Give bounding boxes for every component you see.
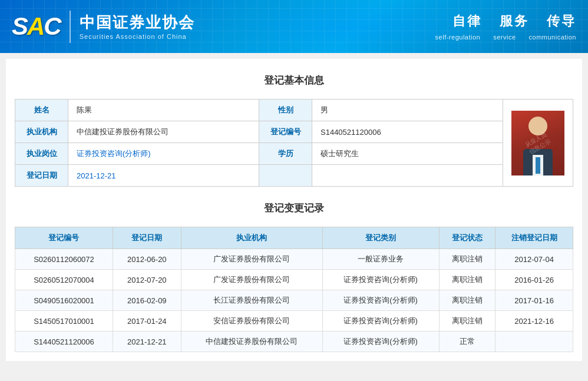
position-label: 执业岗位 [15, 143, 68, 165]
cell-cancel-date: 2021-12-16 [495, 311, 573, 332]
header-nav: 自律 服务 传导 self-regulation service communi… [435, 12, 576, 41]
col-status: 登记状态 [439, 227, 495, 249]
cell-cancel-date: 2012-07-04 [495, 249, 573, 270]
sac-logo: SAC [12, 14, 61, 39]
reg-number-value: S1440521120006 [312, 121, 503, 143]
cell-status: 离职注销 [439, 311, 495, 332]
nav-item-self-regulation-en: self-regulation [435, 34, 481, 41]
cell-reg-date: 2012-07-20 [113, 270, 181, 290]
cell-cancel-date: 2016-01-26 [495, 270, 573, 290]
reg-number-label: 登记编号 [259, 121, 312, 143]
table-row-position: 执业岗位 证券投资咨询(分析师) 学历 硕士研究生 [15, 143, 573, 165]
cell-reg-date: 2017-01-24 [113, 311, 181, 332]
nav-item-self-regulation-cn[interactable]: 自律 [452, 12, 482, 30]
org-name-en: Securities Association of China [80, 33, 195, 40]
reg-date-value: 2021-12-21 [68, 165, 259, 187]
cell-reg-date: 2012-06-20 [113, 249, 181, 270]
cell-category: 证券投资咨询(分析师) [322, 311, 439, 332]
cell-reg-id[interactable]: S0260512070004 [15, 270, 113, 290]
name-label: 姓名 [15, 100, 68, 121]
gender-value: 男 [312, 100, 503, 121]
col-reg-date: 登记日期 [113, 227, 181, 249]
empty-label [259, 165, 312, 187]
header-nav-cn: 自律 服务 传导 [452, 12, 576, 30]
cell-reg-date: 2021-12-21 [113, 332, 181, 352]
institution-value: 中信建投证券股份有限公司 [68, 121, 259, 143]
cell-reg-id[interactable]: S1450517010001 [15, 311, 113, 332]
table-row-name: 姓名 陈果 性别 男 从业人员信息公示 [15, 100, 573, 121]
cell-reg-id[interactable]: S1440521120006 [15, 332, 113, 352]
cell-status: 正常 [439, 332, 495, 352]
change-record-row: S1450517010001 2017-01-24 安信证券股份有限公司 证券投… [15, 311, 573, 332]
change-record-row: S1440521120006 2021-12-21 中信建投证券股份有限公司 证… [15, 332, 573, 352]
photo-cell: 从业人员信息公示 [503, 100, 573, 187]
nav-item-communication-cn[interactable]: 传导 [547, 12, 576, 30]
change-table-header-row: 登记编号 登记日期 执业机构 登记类别 登记状态 注销登记日期 [15, 227, 573, 249]
cell-institution[interactable]: 中信建投证券股份有限公司 [181, 332, 322, 352]
nav-item-communication-en: communication [529, 34, 576, 41]
cell-reg-id[interactable]: S0260112060072 [15, 249, 113, 270]
basic-info-table: 姓名 陈果 性别 男 从业人员信息公示 [15, 99, 573, 187]
org-name-cn: 中国证券业协会 [80, 13, 195, 33]
col-reg-id: 登记编号 [15, 227, 113, 249]
cell-institution[interactable]: 长江证券股份有限公司 [181, 290, 322, 311]
cell-reg-date: 2016-02-09 [113, 290, 181, 311]
col-institution: 执业机构 [181, 227, 322, 249]
education-value: 硕士研究生 [312, 143, 503, 165]
institution-label: 执业机构 [15, 121, 68, 143]
cell-cancel-date: 2017-01-16 [495, 290, 573, 311]
cell-reg-id[interactable]: S0490516020001 [15, 290, 113, 311]
change-record-row: S0260112060072 2012-06-20 广发证券股份有限公司 一般证… [15, 249, 573, 270]
cell-status: 离职注销 [439, 270, 495, 290]
name-value: 陈果 [68, 100, 259, 121]
empty-value [312, 165, 503, 187]
cell-category: 一般证券业务 [322, 249, 439, 270]
cell-institution[interactable]: 广发证券股份有限公司 [181, 249, 322, 270]
change-record-row: S0490516020001 2016-02-09 长江证券股份有限公司 证券投… [15, 290, 573, 311]
cell-category: 证券投资咨询(分析师) [322, 332, 439, 352]
cell-status: 离职注销 [439, 290, 495, 311]
profile-photo: 从业人员信息公示 [511, 111, 564, 175]
main-content: 登记基本信息 姓名 陈果 性别 男 [6, 59, 582, 361]
position-value: 证券投资咨询(分析师) [68, 143, 259, 165]
cell-institution[interactable]: 安信证券股份有限公司 [181, 311, 322, 332]
header-nav-en: self-regulation service communication [435, 34, 576, 41]
change-records-title: 登记变更记录 [15, 196, 573, 221]
logo-area: SAC 中国证券业协会 Securities Association of Ch… [12, 11, 195, 43]
cell-category: 证券投资咨询(分析师) [322, 270, 439, 290]
gender-label: 性别 [259, 100, 312, 121]
change-record-row: S0260512070004 2012-07-20 广发证券股份有限公司 证券投… [15, 270, 573, 290]
table-row-regdate: 登记日期 2021-12-21 [15, 165, 573, 187]
basic-info-title: 登记基本信息 [15, 68, 573, 93]
cell-cancel-date [495, 332, 573, 352]
site-header: SAC 中国证券业协会 Securities Association of Ch… [0, 0, 588, 53]
logo-divider [70, 11, 71, 43]
logo-text: 中国证券业协会 Securities Association of China [80, 13, 195, 40]
col-category: 登记类别 [322, 227, 439, 249]
education-label: 学历 [259, 143, 312, 165]
nav-item-service-cn[interactable]: 服务 [500, 12, 529, 30]
col-cancel-date: 注销登记日期 [495, 227, 573, 249]
nav-item-service-en: service [493, 34, 516, 41]
cell-category: 证券投资咨询(分析师) [322, 290, 439, 311]
cell-institution[interactable]: 广发证券股份有限公司 [181, 270, 322, 290]
table-row-institution: 执业机构 中信建投证券股份有限公司 登记编号 S1440521120006 [15, 121, 573, 143]
change-records-table: 登记编号 登记日期 执业机构 登记类别 登记状态 注销登记日期 S0260112… [15, 227, 573, 352]
reg-date-label: 登记日期 [15, 165, 68, 187]
cell-status: 离职注销 [439, 249, 495, 270]
